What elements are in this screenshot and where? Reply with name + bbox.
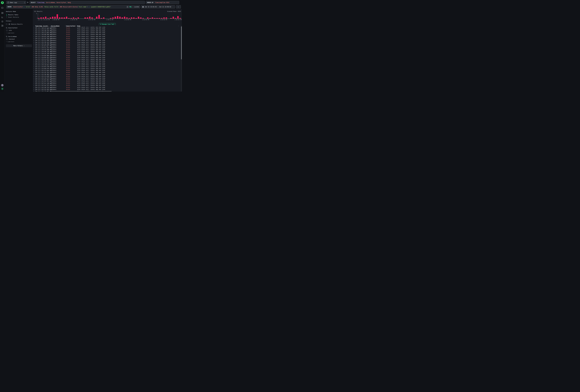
- histogram-bar[interactable]: [43, 17, 44, 19]
- table-row[interactable]: >Jun 11 1:54:09.906 PMpaymenterrorVisa c…: [33, 54, 181, 56]
- histogram-bar[interactable]: [50, 17, 51, 19]
- expand-row-chevron-icon[interactable]: >: [33, 40, 34, 41]
- expand-row-chevron-icon[interactable]: >: [33, 38, 34, 39]
- expand-row-chevron-icon[interactable]: >: [33, 27, 34, 28]
- table-row[interactable]: >Jun 11 1:55:59.760 PMpaymenterrorVisa c…: [33, 37, 181, 39]
- more-filters-button[interactable]: More filters ▾: [6, 44, 32, 47]
- histogram-bar[interactable]: [91, 17, 93, 19]
- histogram-bar[interactable]: [64, 17, 65, 19]
- table-row[interactable]: >Jun 11 1:55:07.827 PMpaymenterrorVisa c…: [33, 45, 181, 47]
- load-more-servicename[interactable]: ▾ Load more: [6, 41, 32, 42]
- time-range-picker[interactable]: Jun 11 13:41:52 - Jun 11 13:56:52: [141, 5, 175, 8]
- mode-event-patterns[interactable]: Event Patterns: [6, 16, 32, 18]
- histogram-bar[interactable]: [177, 16, 179, 18]
- source-settings-gear-icon[interactable]: ⚙: [26, 1, 29, 4]
- avatar[interactable]: U: [1, 87, 4, 90]
- expand-row-chevron-icon[interactable]: >: [33, 51, 34, 52]
- run-query-button[interactable]: ▷: [176, 5, 181, 8]
- table-row[interactable]: >Jun 11 1:53:10.922 PMpaymenterrorVisa c…: [33, 64, 181, 66]
- expand-row-chevron-icon[interactable]: >: [33, 34, 34, 35]
- histogram-bar[interactable]: [57, 14, 58, 18]
- table-options-kebab-icon[interactable]: ⋮: [178, 25, 179, 27]
- table-row[interactable]: >Jun 11 1:54:52.241 PMpaymenterrorVisa c…: [33, 47, 181, 49]
- table-row[interactable]: >Jun 11 1:53:24.274 PMpaymenterrorVisa c…: [33, 62, 181, 64]
- table-row[interactable]: >Jun 11 1:56:32.843 PMpaymenterrorVisa c…: [33, 32, 181, 34]
- table-row[interactable]: >Jun 11 1:54:26.230 PMpaymenterrorVisa c…: [33, 53, 181, 54]
- histogram-bar[interactable]: [103, 17, 104, 19]
- help-button[interactable]: ?: [1, 84, 3, 87]
- mode-results-table[interactable]: Results Table: [6, 13, 32, 16]
- histogram-bar[interactable]: [147, 17, 148, 19]
- sessions-icon[interactable]: [1, 21, 3, 22]
- expand-row-chevron-icon[interactable]: >: [33, 83, 34, 84]
- expand-row-chevron-icon[interactable]: >: [33, 45, 34, 47]
- histogram-bar[interactable]: [52, 17, 53, 18]
- where-query-input[interactable]: WHERE SeverityText = 'error' AND Body IL…: [6, 5, 140, 8]
- load-more-severitytext[interactable]: ▾ Load more: [6, 32, 32, 34]
- histogram-bar[interactable]: [77, 17, 79, 19]
- table-row[interactable]: >Jun 11 1:56:08.948 PMpaymenterrorVisa c…: [33, 34, 181, 35]
- table-row[interactable]: >Jun 11 1:54:06.953 PMpaymenterrorVisa c…: [33, 56, 181, 58]
- column-header-servicename[interactable]: ServiceName: [51, 25, 59, 27]
- expand-row-chevron-icon[interactable]: >: [33, 66, 34, 67]
- histogram-bar[interactable]: [122, 17, 123, 19]
- table-row[interactable]: >Jun 11 1:51:47.229 PMpaymenterrorVisa c…: [33, 83, 181, 85]
- table-row[interactable]: >Jun 11 1:52:35.232 PMpaymenterrorVisa c…: [33, 71, 181, 73]
- expand-row-chevron-icon[interactable]: >: [33, 59, 34, 60]
- denoise-checkbox[interactable]: [6, 23, 7, 25]
- vertical-scrollbar-thumb[interactable]: [181, 26, 182, 59]
- filter-group-severitytext[interactable]: SeverityText: [6, 27, 32, 29]
- expand-row-chevron-icon[interactable]: >: [33, 64, 34, 66]
- histogram-bar[interactable]: [73, 17, 74, 19]
- expand-row-chevron-icon[interactable]: >: [33, 91, 34, 92]
- column-header-severitytext[interactable]: SeverityText: [66, 25, 75, 27]
- histogram-bar[interactable]: [152, 17, 153, 19]
- table-row[interactable]: >Jun 11 1:51:31.415 PMpaymenterrorVisa c…: [33, 89, 181, 90]
- info-checkbox[interactable]: [6, 30, 8, 31]
- toggle-sidebar-icon[interactable]: [1, 7, 3, 9]
- expand-row-chevron-icon[interactable]: >: [33, 55, 34, 56]
- table-row[interactable]: >Jun 11 1:55:39.324 PMpaymenterrorVisa c…: [33, 41, 181, 43]
- column-resize-handle-icon[interactable]: [65, 25, 66, 27]
- expand-row-chevron-icon[interactable]: >: [33, 36, 34, 37]
- table-row[interactable]: >Jun 11 1:52:25.630 PMpaymenterrorVisa c…: [33, 75, 181, 77]
- histogram-bar[interactable]: [98, 15, 100, 19]
- histogram-bar[interactable]: [119, 17, 121, 18]
- table-row[interactable]: >Jun 11 1:53:41.873 PMpaymenterrorVisa c…: [33, 58, 181, 60]
- expand-row-chevron-icon[interactable]: >: [33, 62, 34, 64]
- expand-row-chevron-icon[interactable]: >: [33, 76, 34, 77]
- histogram-bar[interactable]: [84, 17, 86, 19]
- vertical-scrollbar-track[interactable]: [181, 25, 182, 92]
- source-select[interactable]: Demo Logs: [6, 1, 26, 4]
- histogram-bar[interactable]: [173, 17, 174, 18]
- dashboards-icon[interactable]: [1, 25, 3, 26]
- table-row[interactable]: >Jun 11 1:55:16.296 PMpaymenterrorVisa c…: [33, 43, 181, 45]
- table-row[interactable]: >Jun 11 1:55:51.448 PMpaymenterrorVisa c…: [33, 39, 181, 41]
- expand-row-chevron-icon[interactable]: >: [33, 32, 34, 33]
- table-row[interactable]: >Jun 11 1:56:42.995 PMpaymenterrorVisa c…: [33, 28, 181, 30]
- table-row[interactable]: >Jun 11 1:54:40.218 PMpaymenterrorVisa c…: [33, 51, 181, 53]
- table-row[interactable]: >Jun 11 1:52:19.473 PMpaymenterrorVisa c…: [33, 77, 181, 79]
- horizontal-scrollbar-thumb[interactable]: [51, 91, 112, 92]
- histogram-bar[interactable]: [163, 17, 165, 19]
- checkout-checkbox[interactable]: [6, 38, 8, 40]
- histogram-bar[interactable]: [117, 16, 118, 18]
- histogram-bar[interactable]: [40, 17, 42, 19]
- histogram-bar[interactable]: [61, 17, 63, 19]
- table-row[interactable]: >Jun 11 1:52:02.581 PMpaymenterrorVisa c…: [33, 79, 181, 81]
- table-row[interactable]: >Jun 11 1:51:57.712 PMpaymenterrorVisa c…: [33, 81, 181, 83]
- expand-row-chevron-icon[interactable]: >: [33, 53, 34, 54]
- expand-row-chevron-icon[interactable]: >: [33, 74, 34, 75]
- histogram-bar[interactable]: [126, 17, 128, 19]
- histogram-bar[interactable]: [138, 17, 139, 18]
- expand-row-chevron-icon[interactable]: >: [33, 57, 34, 58]
- expand-row-chevron-icon[interactable]: >: [33, 28, 34, 30]
- lucene-mode-button[interactable]: Lucene: [134, 6, 139, 8]
- histogram-bar[interactable]: [115, 17, 116, 18]
- column-header-body[interactable]: Body: [77, 25, 80, 27]
- expand-row-chevron-icon[interactable]: >: [33, 77, 34, 79]
- expand-row-chevron-icon[interactable]: >: [33, 60, 34, 62]
- histogram-bar[interactable]: [59, 17, 60, 19]
- histogram-bar[interactable]: [66, 17, 67, 18]
- expand-row-chevron-icon[interactable]: >: [33, 70, 34, 71]
